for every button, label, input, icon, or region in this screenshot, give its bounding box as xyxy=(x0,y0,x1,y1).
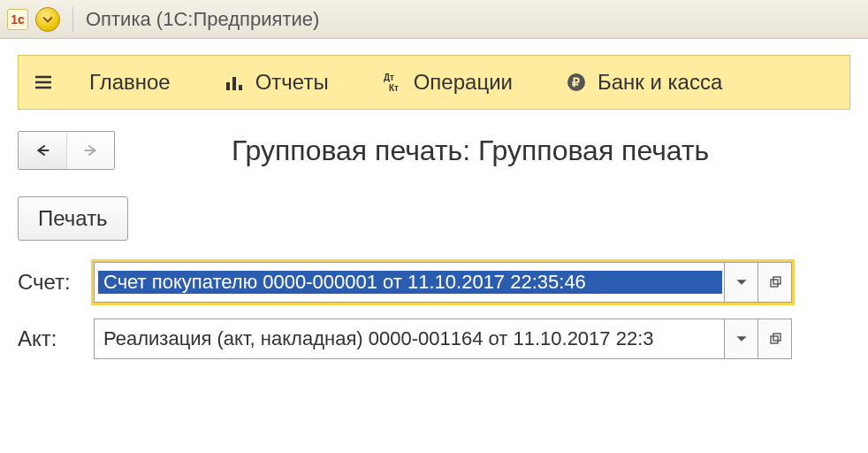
act-open-button[interactable] xyxy=(758,319,791,358)
forward-button xyxy=(66,132,114,169)
nav-history-buttons xyxy=(18,131,115,170)
svg-rect-10 xyxy=(773,334,780,341)
back-button[interactable] xyxy=(19,132,66,169)
debit-credit-icon: Дт Кт xyxy=(382,72,403,93)
main-toolbar: Главное Отчеты Дт Кт Операции ₽ Банк и к… xyxy=(18,55,850,110)
chevron-down-icon xyxy=(735,333,748,345)
svg-rect-0 xyxy=(226,82,230,90)
act-label: Акт: xyxy=(18,326,94,351)
ruble-icon: ₽ xyxy=(566,72,587,93)
field-row-invoice: Счет: Счет покупателю 0000-000001 от 11.… xyxy=(18,262,850,303)
nav-operations-label: Операции xyxy=(414,70,513,95)
field-row-act: Акт: Реализация (акт, накладная) 0000-00… xyxy=(18,319,850,359)
chevron-down-icon xyxy=(42,14,53,25)
nav-home[interactable]: Главное xyxy=(89,70,171,95)
chevron-down-icon xyxy=(735,276,748,288)
nav-reports-label: Отчеты xyxy=(255,70,329,95)
svg-rect-8 xyxy=(773,277,780,284)
invoice-dropdown-button[interactable] xyxy=(724,263,758,302)
main-menu-dropdown[interactable] xyxy=(35,7,60,32)
app-icon: 1c xyxy=(7,9,28,30)
titlebar: 1c Оптика (1С:Предприятие) xyxy=(0,0,868,39)
invoice-value: Счет покупателю 0000-000001 от 11.10.201… xyxy=(98,271,722,294)
print-button[interactable]: Печать xyxy=(18,196,128,241)
arrow-right-icon xyxy=(81,141,101,160)
act-input[interactable]: Реализация (акт, накладная) 0000-001164 … xyxy=(94,319,792,359)
invoice-open-button[interactable] xyxy=(758,263,791,302)
svg-text:₽: ₽ xyxy=(572,75,580,89)
invoice-label: Счет: xyxy=(18,270,94,295)
svg-rect-1 xyxy=(232,77,236,90)
nav-operations[interactable]: Дт Кт Операции xyxy=(382,70,513,95)
arrow-left-icon xyxy=(33,141,52,160)
svg-text:Кт: Кт xyxy=(389,83,399,93)
svg-text:Дт: Дт xyxy=(384,73,394,82)
nav-reports[interactable]: Отчеты xyxy=(224,70,329,95)
titlebar-separator xyxy=(72,7,73,32)
nav-bank-label: Банк и касса xyxy=(598,70,722,95)
svg-rect-9 xyxy=(771,336,778,343)
open-icon xyxy=(769,276,781,288)
invoice-input[interactable]: Счет покупателю 0000-000001 от 11.10.201… xyxy=(94,262,792,303)
window-title: Оптика (1С:Предприятие) xyxy=(86,8,319,31)
hamburger-icon xyxy=(33,72,54,93)
open-icon xyxy=(769,333,781,345)
act-value: Реализация (акт, накладная) 0000-001164 … xyxy=(95,327,724,350)
svg-rect-2 xyxy=(239,85,242,90)
bar-chart-icon xyxy=(224,72,245,93)
nav-home-label: Главное xyxy=(89,70,171,95)
act-dropdown-button[interactable] xyxy=(724,319,758,358)
nav-bank[interactable]: ₽ Банк и касса xyxy=(566,70,722,95)
hamburger-menu[interactable] xyxy=(33,72,54,93)
svg-rect-7 xyxy=(771,280,778,287)
page-title: Групповая печать: Групповая печать xyxy=(232,134,709,167)
